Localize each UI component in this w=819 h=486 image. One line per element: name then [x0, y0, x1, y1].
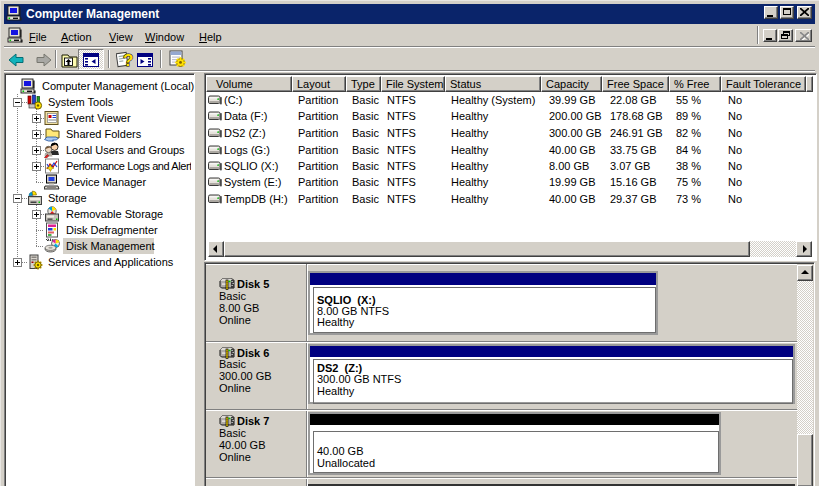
svg-text:?: ?: [123, 51, 133, 69]
